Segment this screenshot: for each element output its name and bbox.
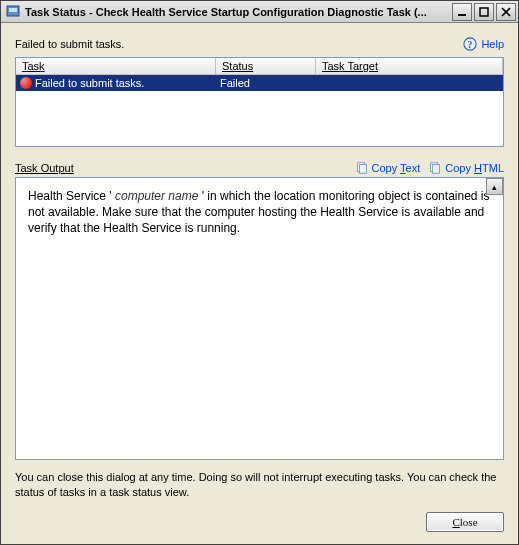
help-link[interactable]: ? Help: [463, 37, 504, 51]
minimize-button[interactable]: [452, 3, 472, 21]
footer-note: You can close this dialog at any time. D…: [15, 470, 504, 500]
close-window-button[interactable]: [496, 3, 516, 21]
row-task: Failed to submit tasks.: [35, 77, 144, 89]
status-message: Failed to submit tasks.: [15, 38, 124, 50]
table-row[interactable]: Failed to submit tasks. Failed: [16, 75, 503, 91]
close-button[interactable]: Close: [426, 512, 504, 532]
copy-text-link[interactable]: Copy Text: [355, 161, 421, 175]
svg-rect-9: [359, 165, 366, 174]
column-status[interactable]: Status: [216, 58, 316, 74]
task-output-label: Task Output: [15, 162, 74, 174]
task-output-panel: Health Service ' computer name ' in whic…: [15, 177, 504, 460]
help-icon: ?: [463, 37, 477, 51]
task-output-text: Health Service ' computer name ' in whic…: [16, 178, 503, 459]
svg-rect-2: [458, 14, 466, 16]
title-bar: Task Status - Check Health Service Start…: [1, 1, 518, 23]
svg-rect-3: [480, 8, 488, 16]
window-title: Task Status - Check Health Service Start…: [25, 6, 450, 18]
svg-rect-1: [9, 8, 17, 12]
scroll-up-button[interactable]: ▴: [486, 178, 503, 195]
app-icon: [5, 4, 21, 20]
help-label: Help: [481, 38, 504, 50]
copy-html-link[interactable]: Copy HTML: [428, 161, 504, 175]
task-table: Task Status Task Target Failed to submit…: [15, 57, 504, 147]
row-target: [316, 82, 503, 84]
column-target[interactable]: Task Target: [316, 58, 503, 74]
copy-html-icon: [428, 161, 442, 175]
maximize-button[interactable]: [474, 3, 494, 21]
copy-text-icon: [355, 161, 369, 175]
column-task[interactable]: Task: [16, 58, 216, 74]
error-icon: [20, 77, 32, 89]
row-status: Failed: [216, 76, 316, 90]
svg-text:?: ?: [468, 39, 473, 50]
svg-rect-11: [433, 165, 440, 174]
column-headers: Task Status Task Target: [16, 58, 503, 75]
